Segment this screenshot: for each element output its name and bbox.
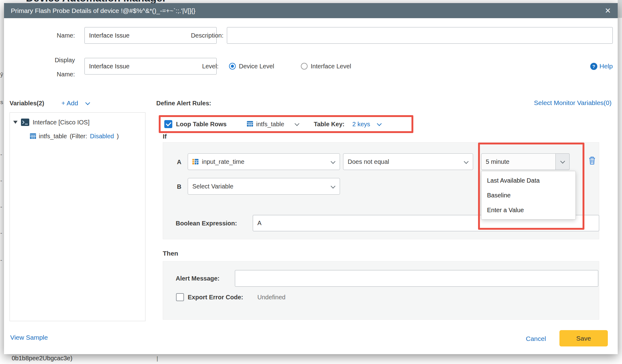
cancel-button[interactable]: Cancel — [526, 335, 546, 342]
variable-a-value: input_rate_time — [202, 158, 244, 165]
threshold-value-field[interactable]: 5 minute — [481, 153, 556, 170]
select-monitor-variables-link[interactable]: Select Monitor Variables(0) — [534, 99, 612, 107]
variable-tree-child[interactable]: intfs_table (Filter: Disabled ) — [30, 131, 119, 142]
background-text-fragment: - — [0, 257, 2, 264]
description-input[interactable] — [227, 27, 613, 44]
name-label: Name: — [23, 27, 75, 44]
table-column-icon — [192, 159, 198, 165]
table-icon — [247, 121, 253, 127]
menu-item-enter-a-value[interactable]: Enter a Value — [481, 203, 575, 217]
display-name-label: Display Name: — [23, 53, 75, 81]
threshold-value-menu: Last Available Data Baseline Enter a Val… — [481, 171, 576, 220]
add-variable-label: + Add — [61, 99, 78, 107]
chevron-down-icon[interactable] — [295, 121, 300, 126]
variable-tree-parent[interactable]: Interface [Cisco IOS] — [13, 117, 90, 128]
export-error-code-checkbox[interactable] — [176, 293, 184, 301]
add-variable-button[interactable]: + Add — [61, 97, 89, 109]
define-alert-rules-title: Define Alert Rules: — [156, 97, 211, 109]
operator-select[interactable]: Does not equal — [343, 153, 473, 170]
if-section-label: If — [163, 132, 167, 141]
probe-details-dialog: Primary Flash Probe Details of device !@… — [4, 3, 618, 354]
variable-b-select[interactable]: Select Variable — [188, 178, 340, 195]
page-scrollbar-corner — [618, 0, 622, 18]
level-option-device[interactable]: Device Level — [229, 58, 274, 75]
chevron-down-icon — [464, 159, 469, 164]
help-link[interactable]: ? Help — [590, 58, 613, 75]
level-option-interface[interactable]: Interface Level — [301, 58, 351, 75]
dialog-title: Primary Flash Probe Details of device !@… — [11, 7, 195, 14]
variables-title: Variables(2) — [10, 97, 44, 109]
level-option-interface-label: Interface Level — [311, 63, 351, 70]
background-text-fragment: - — [0, 230, 2, 237]
alert-message-label: Alert Message: — [176, 273, 219, 284]
then-section-label: Then — [163, 249, 178, 258]
save-button[interactable]: Save — [559, 330, 608, 346]
filter-disabled-link[interactable]: Disabled — [90, 133, 114, 140]
display-name-label-line: Display — [55, 53, 75, 67]
level-option-device-label: Device Level — [239, 63, 274, 70]
menu-item-baseline[interactable]: Baseline — [481, 188, 575, 203]
loop-table-rows-checkbox[interactable] — [164, 120, 172, 128]
threshold-value-text: 5 minute — [486, 158, 509, 165]
dialog-titlebar: Primary Flash Probe Details of device !@… — [4, 3, 618, 18]
row-b-label: B — [177, 181, 181, 192]
help-icon: ? — [590, 63, 597, 70]
row-a-label: A — [177, 156, 181, 168]
help-link-label: Help — [599, 63, 613, 70]
chevron-down-icon — [331, 159, 336, 164]
variable-b-placeholder: Select Variable — [192, 183, 233, 190]
export-error-code-label: Export Error Code: — [188, 292, 243, 303]
background-text-fragment: s — [0, 99, 3, 106]
background-text-fragment: - — [0, 152, 2, 158]
boolean-expression-label: Boolean Expression: — [176, 218, 237, 229]
level-label: Level: — [175, 58, 219, 75]
variable-child-label: intfs_table — [39, 133, 67, 140]
variable-parent-label: Interface [Cisco IOS] — [33, 119, 90, 126]
display-name-label-line: Name: — [57, 67, 75, 81]
radio-unselected-icon[interactable] — [301, 63, 308, 70]
description-label: Description: — [164, 27, 223, 44]
filter-prefix: (Filter: — [70, 133, 87, 140]
loop-table-rows-label: Loop Table Rows — [176, 119, 227, 130]
variable-a-select[interactable]: input_rate_time — [188, 153, 340, 170]
table-key-label: Table Key: — [314, 119, 345, 130]
operator-value: Does not equal — [348, 158, 389, 165]
view-sample-link[interactable]: View Sample — [10, 334, 48, 341]
chevron-down-icon[interactable] — [377, 121, 382, 126]
chevron-down-icon — [560, 159, 565, 164]
alert-message-input[interactable] — [235, 270, 598, 287]
export-error-code-value: Undefined — [257, 292, 285, 303]
table-icon — [30, 133, 36, 139]
background-bottom-text: 0b1b8pee2Ubgcac3e) — [12, 355, 72, 362]
filter-suffix: ) — [117, 133, 119, 140]
background-text-fragment: ŷ — [0, 71, 3, 78]
radio-selected-icon[interactable] — [229, 63, 236, 70]
expander-icon[interactable] — [13, 121, 18, 124]
menu-item-last-available-data[interactable]: Last Available Data — [481, 173, 575, 188]
table-key-value[interactable]: 2 keys — [352, 119, 370, 130]
terminal-icon — [21, 119, 29, 126]
background-text-fragment: - — [0, 178, 2, 184]
delete-rule-icon[interactable] — [588, 156, 596, 165]
background-text-fragment: - — [0, 204, 2, 210]
close-icon[interactable]: ✕ — [605, 7, 611, 14]
chevron-down-icon — [85, 100, 90, 105]
threshold-value-dropdown-button[interactable] — [556, 153, 570, 170]
loop-table-name[interactable]: intfs_table — [256, 119, 284, 130]
chevron-down-icon — [331, 184, 336, 189]
background-text-fragment: | — [157, 355, 158, 362]
variables-panel — [10, 112, 145, 321]
